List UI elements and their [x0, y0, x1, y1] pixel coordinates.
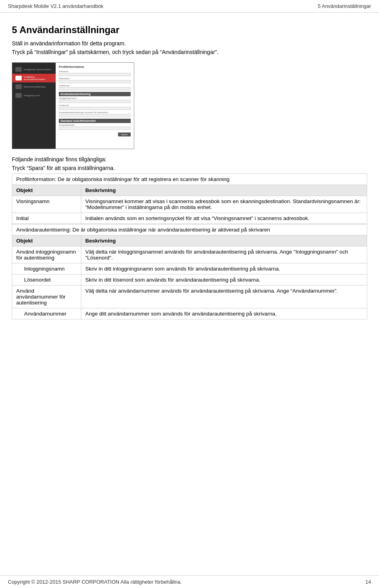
chapter-name: Användarinställningar: [19, 24, 119, 35]
table1-section-label: Profilinformation: De är obligatoriska i…: [12, 174, 367, 185]
auth-table: Användarautentisering: De är obligatoris…: [12, 224, 367, 319]
screenshot-sidebar-icon-3: [15, 84, 22, 89]
chapter-number: 5: [12, 24, 17, 35]
table2-login-right: Välj detta när inloggningsnamnet används…: [81, 246, 367, 263]
table2-col-header-left: Objekt: [12, 235, 81, 246]
table2-usernumber-left: Använd användarnummer för autentisering: [12, 286, 81, 308]
header-book-title: Sharpdesk Mobile V2.1 användarhandbok: [8, 3, 103, 9]
table1-row-1: Visningsnamn Visningsnamnet kommer att v…: [12, 196, 367, 213]
screenshot-field-group-3: Avdelning: [59, 84, 131, 90]
table2-row-login-sub2: Lösenordet Skriv in ditt lösenord som an…: [12, 274, 367, 286]
screenshot-sidebar-icon-2: [15, 76, 22, 80]
table2-usernumber-right: Välj detta när användarnummer används fö…: [81, 286, 367, 308]
screenshot-sidebar-item-2: Inställning användarinformation: [12, 74, 56, 82]
table2-login-sub1-left: Inloggningsnamn: [12, 263, 81, 274]
table2-usernumber-sub1-right: Ange ditt användarnummer som används för…: [81, 308, 367, 319]
screenshot-main-title: Profilinformation: [59, 65, 131, 69]
screenshot-section-auth: Användarautentisering: [59, 92, 131, 96]
screenshot-area: Inloggnings skannerstatus Inställning an…: [12, 62, 367, 149]
screenshot-sidebar-icon-1: [15, 67, 22, 72]
footer-page-number: 14: [366, 579, 371, 585]
screenshot-auth-field-3: Användarautentiserings nummer för adress…: [59, 111, 131, 117]
main-content: 5 Användarinställningar Ställ in använda…: [0, 13, 379, 343]
table1-row1-right: Visningsnamnet kommer att visas i scanne…: [81, 196, 367, 213]
screenshot-sidebar: Inloggnings skannerstatus Inställning an…: [12, 63, 56, 149]
table1-section-row: Profilinformation: De är obligatoriska i…: [12, 174, 367, 185]
chapter-title: 5 Användarinställningar: [12, 24, 367, 35]
screenshot-sidebar-item-3: Nätverksinställningar: [12, 82, 56, 91]
screenshot-sidebar-icon-4: [15, 93, 22, 98]
screenshot-sidebar-item-1: Inloggnings skannerstatus: [12, 65, 56, 74]
screenshot-auth-field-1: Inloggningsnamn: [59, 97, 131, 103]
screenshot-save-button[interactable]: Spara: [118, 133, 131, 136]
screenshot-default-field-1: Användarkoder: [59, 124, 131, 130]
table2-row-login-main: Använd inloggningsnamn för autentisering…: [12, 246, 367, 263]
table2-login-left: Använd inloggningsnamn för autentisering: [12, 246, 81, 263]
table2-usernumber-sub1-left: Användarnummer: [12, 308, 81, 319]
intro-line2: Tryck på “Inställningar” på startskärmen…: [12, 49, 367, 55]
following-text-line2: Tryck “Spara” för att spara inställninga…: [12, 165, 367, 171]
table1-header-row: Objekt Beskrivning: [12, 185, 367, 196]
table2-section-label: Användarautentisering: De är obligatoris…: [12, 224, 367, 235]
footer-copyright: Copyright © 2012-2015 SHARP CORPORATION …: [8, 579, 182, 585]
screenshot-sidebar-item-4: Inloggning vout: [12, 91, 56, 100]
table2-login-sub1-right: Skriv in ditt inloggningsnamn som använd…: [81, 263, 367, 274]
intro-line1: Ställ in användarinformation för detta p…: [12, 40, 367, 47]
screenshot-image: Inloggnings skannerstatus Inställning an…: [12, 62, 134, 149]
table2-row-usernumber-main: Använd användarnummer för autentisering …: [12, 286, 367, 308]
table2-header-row: Objekt Beskrivning: [12, 235, 367, 246]
profile-info-table: Profilinformation: De är obligatoriska i…: [12, 174, 367, 224]
screenshot-field-group-2: Efternamn: [59, 77, 131, 83]
header-chapter-ref: 5 Användarinställningar: [318, 3, 371, 9]
table2-col-header-right: Beskrivning: [81, 235, 367, 246]
table2-login-sub2-left: Lösenordet: [12, 274, 81, 286]
following-text-line1: Följande inställningar finns tillgänglig…: [12, 156, 367, 162]
screenshot-section-default: Standard utskriftfsidentitet: [59, 119, 131, 123]
table2-row-usernumber-sub1: Användarnummer Ange ditt användarnummer …: [12, 308, 367, 319]
page-footer: Copyright © 2012-2015 SHARP CORPORATION …: [0, 575, 379, 588]
page-header: Sharpdesk Mobile V2.1 användarhandbok 5 …: [0, 0, 379, 13]
table2-login-sub2-right: Skriv in ditt lösenord som används för a…: [81, 274, 367, 286]
screenshot-field-group-1: Förnamn: [59, 70, 131, 76]
screenshot-auth-field-2: Lösenord: [59, 104, 131, 110]
table1-row-2: Initial Initialen används som en sorteri…: [12, 213, 367, 224]
table1-col-header-right: Beskrivning: [81, 185, 367, 196]
table1-row2-right: Initialen används som en sorteringsnycke…: [81, 213, 367, 224]
table1-row1-left: Visningsnamn: [12, 196, 81, 213]
table2-section-row: Användarautentisering: De är obligatoris…: [12, 224, 367, 235]
table2-row-login-sub1: Inloggningsnamn Skriv in ditt inloggning…: [12, 263, 367, 274]
screenshot-main-panel: Profilinformation Förnamn Efternamn Avde…: [56, 63, 134, 149]
table1-col-header-left: Objekt: [12, 185, 81, 196]
table1-row2-left: Initial: [12, 213, 81, 224]
